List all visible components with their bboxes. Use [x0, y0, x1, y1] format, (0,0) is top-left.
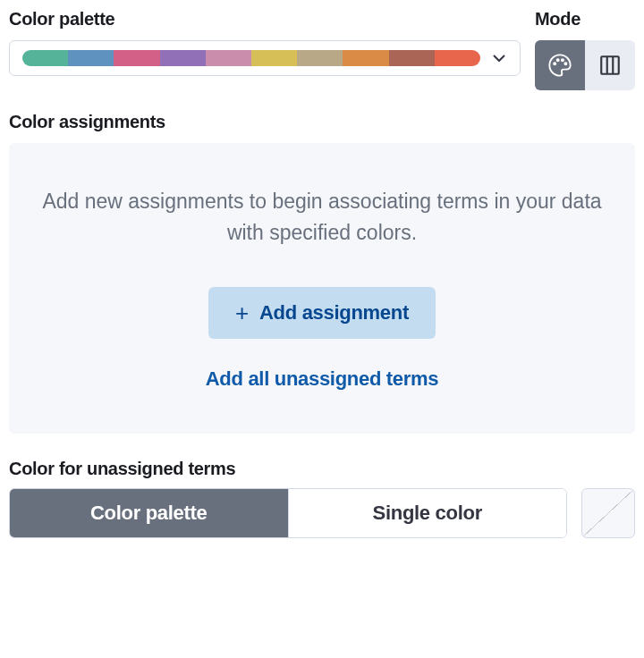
palette-strip [22, 50, 480, 66]
plus-icon: + [235, 301, 249, 325]
unassigned-option-single[interactable]: Single color [288, 489, 567, 537]
unassigned-terms-label: Color for unassigned terms [9, 459, 635, 479]
unassigned-toggle-group: Color palette Single color [9, 488, 567, 538]
mode-label: Mode [535, 9, 635, 30]
palette-icon [547, 53, 572, 78]
svg-point-1 [557, 59, 559, 61]
svg-point-2 [562, 59, 564, 61]
color-swatch-picker[interactable] [581, 488, 635, 538]
add-assignment-label: Add assignment [259, 301, 409, 325]
color-palette-label: Color palette [9, 9, 521, 30]
svg-point-0 [554, 63, 555, 64]
color-assignments-label: Color assignments [9, 112, 635, 132]
svg-rect-4 [601, 56, 619, 74]
columns-icon [598, 54, 622, 77]
mode-palette-button[interactable] [535, 40, 585, 90]
mode-toggle [535, 40, 635, 90]
color-palette-select[interactable] [9, 40, 521, 76]
add-assignment-button[interactable]: + Add assignment [208, 287, 436, 339]
empty-state-text: Add new assignments to begin associating… [41, 186, 603, 248]
add-all-unassigned-link[interactable]: Add all unassigned terms [41, 367, 603, 391]
mode-columns-button[interactable] [585, 40, 635, 90]
svg-point-3 [564, 63, 566, 64]
empty-swatch-icon [582, 489, 634, 537]
unassigned-option-palette[interactable]: Color palette [10, 489, 288, 537]
chevron-down-icon [491, 53, 507, 63]
assignments-empty-state: Add new assignments to begin associating… [9, 143, 635, 434]
